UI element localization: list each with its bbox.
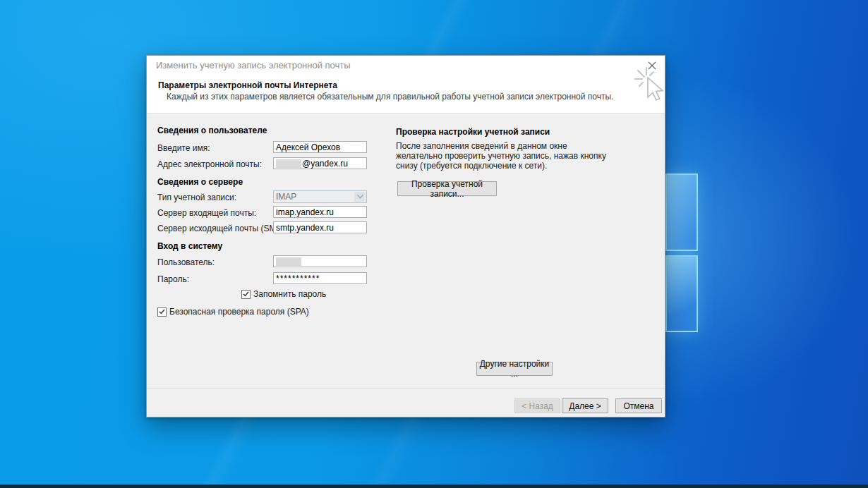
header-subtitle: Каждый из этих параметров является обяза… <box>167 92 613 102</box>
outgoing-server-label: Сервер исходящей почты (SMTP): <box>157 224 292 233</box>
dialog-titlebar[interactable]: Изменить учетную запись электронной почт… <box>147 56 665 74</box>
email-value: @yandex.ru <box>302 159 348 169</box>
dialog-header: Параметры электронной почты Интернета Ка… <box>147 74 665 114</box>
username-input[interactable] <box>273 255 367 267</box>
test-settings-heading: Проверка настройки учетной записи <box>396 127 550 137</box>
email-label: Адрес электронной почты: <box>157 159 262 169</box>
cancel-button[interactable]: Отмена <box>615 398 662 413</box>
email-account-dialog: Изменить учетную запись электронной почт… <box>146 55 665 417</box>
section-server-info: Сведения о сервере <box>157 177 243 187</box>
taskbar-sliver[interactable] <box>0 484 868 488</box>
name-input[interactable]: Адексей Орехов <box>273 141 367 153</box>
dialog-title: Изменить учетную запись электронной почт… <box>156 60 351 71</box>
name-value: Адексей Орехов <box>276 142 340 152</box>
username-label: Пользователь: <box>157 257 215 267</box>
desktop: { "dialog": { "title": "Изменить учетную… <box>0 0 868 488</box>
name-label: Введите имя: <box>157 143 210 153</box>
check-icon <box>159 309 165 315</box>
more-settings-button[interactable]: Другие настройки ... <box>476 362 553 376</box>
back-button[interactable]: < Назад <box>514 398 560 413</box>
password-value: *********** <box>276 274 320 283</box>
spa-label: Безопасная проверка пароля (SPA) <box>169 307 309 317</box>
account-type-value: IMAP <box>276 192 296 202</box>
checkbox-box <box>241 290 251 299</box>
remember-password-checkbox[interactable]: Запомнить пароль <box>241 289 326 299</box>
account-type-dropdown: IMAP <box>273 190 367 203</box>
outgoing-server-input[interactable]: smtp.yandex.ru <box>273 221 367 233</box>
outgoing-server-value: smtp.yandex.ru <box>276 223 334 233</box>
username-redaction-block <box>276 257 301 266</box>
incoming-server-input[interactable]: imap.yandex.ru <box>273 206 367 218</box>
windows-logo-pane-bottom <box>665 255 698 332</box>
dropdown-arrow-box <box>354 192 366 202</box>
section-user-info: Сведения о пользователе <box>157 126 267 135</box>
incoming-server-value: imap.yandex.ru <box>276 207 334 217</box>
chevron-down-icon <box>357 195 363 199</box>
close-button[interactable] <box>646 59 658 72</box>
checkbox-box <box>157 307 167 317</box>
windows-logo-pane-top <box>665 173 698 251</box>
remember-password-label: Запомнить пароль <box>253 289 326 299</box>
password-input[interactable]: *********** <box>273 272 367 284</box>
header-title: Параметры электронной почты Интернета <box>158 80 337 90</box>
email-redaction-block <box>276 159 301 168</box>
account-type-label: Тип учетной записи: <box>157 193 236 202</box>
section-login: Вход в систему <box>157 241 222 251</box>
test-settings-description: После заполнения сведений в данном окне … <box>396 141 609 171</box>
test-account-button[interactable]: Проверка учетной записи... <box>397 181 497 196</box>
footer-divider <box>147 388 665 389</box>
check-icon <box>243 291 249 297</box>
close-icon <box>648 61 656 70</box>
next-button[interactable]: Далее > <box>562 398 608 413</box>
email-input[interactable]: @yandex.ru <box>273 157 367 169</box>
password-label: Пароль: <box>157 274 189 284</box>
spa-checkbox[interactable]: Безопасная проверка пароля (SPA) <box>157 307 309 317</box>
incoming-server-label: Сервер входящей почты: <box>157 208 256 218</box>
